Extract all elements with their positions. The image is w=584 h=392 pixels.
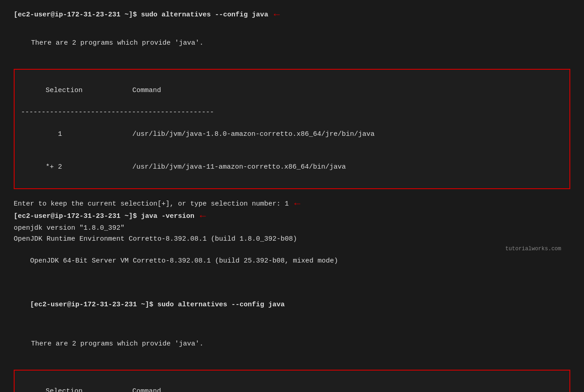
arrow3: ←	[200, 211, 206, 222]
version1-line3: OpenJDK 64-Bit Server VM Corretto-8.392.…	[14, 245, 570, 289]
table-box-1: SelectionCommand -----------------------…	[14, 69, 570, 189]
arrow2: ←	[294, 198, 300, 210]
line-programs2: There are 2 programs which provide 'java…	[14, 328, 570, 361]
line-prompt2: [ec2-user@ip-172-31-23-231 ~]$ java -ver…	[14, 211, 570, 222]
line-prompt1: [ec2-user@ip-172-31-23-231 ~]$ sudo alte…	[14, 9, 570, 21]
prompt1-text: [ec2-user@ip-172-31-23-231 ~]$ sudo alte…	[14, 10, 268, 21]
table2-header: SelectionCommand	[21, 375, 563, 392]
table2-cmd-header: Command	[132, 387, 161, 392]
line-prompt3: [ec2-user@ip-172-31-23-231 ~]$ sudo alte…	[14, 289, 570, 321]
table1-cmd-header: Command	[132, 87, 161, 94]
table1-row2: *+ 2/usr/lib/jvm/java-11-amazon-corretto…	[21, 151, 563, 184]
version1-line2: OpenJDK Runtime Environment Corretto-8.3…	[14, 234, 570, 245]
table1-sel-header: Selection	[46, 85, 132, 96]
table1-row1-sel: 1	[46, 129, 132, 140]
arrow1: ←	[274, 9, 280, 21]
enter-line1: Enter to keep the current selection[+], …	[14, 198, 570, 210]
prompt2-text: [ec2-user@ip-172-31-23-231 ~]$ java -ver…	[14, 211, 194, 222]
terminal-container: [ec2-user@ip-172-31-23-231 ~]$ sudo alte…	[14, 9, 570, 392]
watermark1: tutorialworks.com	[506, 245, 561, 253]
table1-row2-sel: *+ 2	[46, 162, 132, 173]
version1-line1: openjdk version "1.8.0_392"	[14, 223, 570, 234]
line-programs1: There are 2 programs which provide 'java…	[14, 27, 570, 60]
table1-row1: 1/usr/lib/jvm/java-1.8.0-amazon-corretto…	[21, 118, 563, 151]
table1-divider: ----------------------------------------…	[21, 107, 563, 118]
table1-header: SelectionCommand	[21, 74, 563, 107]
table-box-2: SelectionCommand -----------------------…	[14, 370, 570, 392]
enter-text1: Enter to keep the current selection[+], …	[14, 199, 289, 210]
table1-row2-cmd: /usr/lib/jvm/java-11-amazon-corretto.x86…	[132, 163, 346, 171]
table2-sel-header: Selection	[46, 386, 132, 392]
table1-row1-cmd: /usr/lib/jvm/java-1.8.0-amazon-corretto.…	[132, 130, 375, 138]
